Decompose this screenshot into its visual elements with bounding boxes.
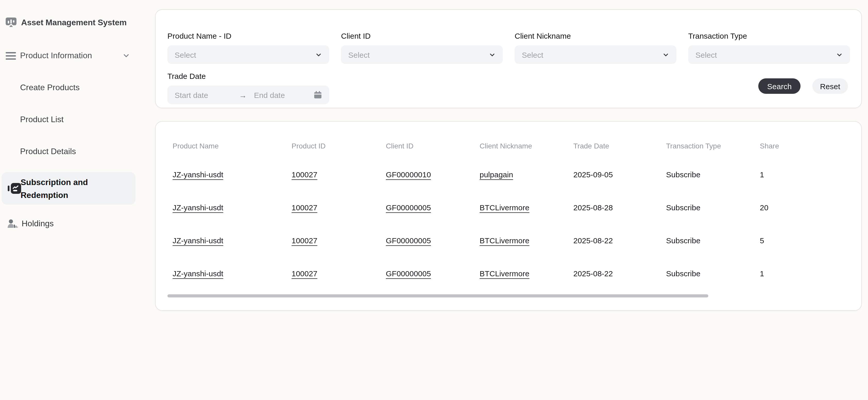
app-logo-row: Asset Management System: [6, 18, 127, 27]
table-row: JZ-yanshi-usdt 100027 GF00000005 BTCLive…: [173, 191, 861, 224]
filter-label: Trade Date: [167, 72, 861, 80]
trade-date-range-picker[interactable]: Start date → End date: [167, 86, 329, 104]
filter-row: Product Name - ID Select Client ID: [156, 10, 861, 64]
end-date-placeholder[interactable]: End date: [254, 90, 285, 99]
product-name-link[interactable]: JZ-yanshi-usdt: [173, 236, 291, 245]
filter-field: Client ID Select: [341, 31, 503, 64]
client-nickname-link[interactable]: pulpagain: [479, 170, 574, 179]
sidebar-item-label: Product Information: [20, 51, 92, 60]
start-date-placeholder[interactable]: Start date: [175, 90, 239, 99]
column-header: Transaction Type: [666, 142, 760, 150]
column-header: Client ID: [386, 142, 479, 150]
product-name-link[interactable]: JZ-yanshi-usdt: [173, 269, 291, 278]
results-table-panel: Product Name Product ID Client ID Client…: [155, 121, 862, 311]
table-row: JZ-yanshi-usdt 100027 GF00000005 BTCLive…: [173, 257, 861, 290]
sidebar-subitem[interactable]: Product List: [20, 114, 80, 125]
select-placeholder: Select: [348, 50, 370, 59]
client-id-link[interactable]: GF00000005: [386, 236, 479, 245]
table-row: JZ-yanshi-usdt 100027 GF00000010 pulpaga…: [173, 158, 861, 191]
sidebar-item-subscription-redemption[interactable]: Subscription and Redemption: [2, 172, 135, 205]
sidebar-item-label: Holdings: [22, 219, 54, 228]
table-row: JZ-yanshi-usdt 100027 GF00000005 BTCLive…: [173, 224, 861, 257]
client-nickname-link[interactable]: BTCLivermore: [479, 236, 574, 245]
client-nickname-link[interactable]: BTCLivermore: [479, 269, 574, 278]
product-id-link[interactable]: 100027: [291, 236, 386, 245]
filter-actions: Search Reset: [758, 78, 848, 94]
client-id-link[interactable]: GF00000010: [386, 170, 479, 179]
transaction-type-cell: Subscribe: [666, 269, 760, 278]
calendar-icon: [314, 91, 322, 99]
filter-select[interactable]: Select: [688, 45, 850, 64]
sidebar-subnav: Create Products Product List Product Det…: [20, 82, 80, 178]
client-id-link[interactable]: GF00000005: [386, 269, 479, 278]
chart-board-icon: [8, 183, 21, 194]
table-body: JZ-yanshi-usdt 100027 GF00000010 pulpaga…: [173, 158, 861, 290]
filter-select[interactable]: Select: [341, 45, 503, 64]
person-chart-icon: [7, 219, 18, 228]
transaction-type-cell: Subscribe: [666, 170, 760, 179]
chevron-down-icon: [315, 51, 322, 58]
bar-chart-bubble-logo-icon: [6, 18, 17, 27]
column-header: Product ID: [291, 142, 386, 150]
filter-select[interactable]: Select: [515, 45, 676, 64]
trade-date-cell: 2025-09-05: [574, 170, 666, 179]
column-header: Product Name: [173, 142, 291, 150]
select-placeholder: Select: [522, 50, 543, 59]
trade-date-cell: 2025-08-28: [574, 203, 666, 211]
column-header: Share: [760, 142, 861, 150]
product-name-link[interactable]: JZ-yanshi-usdt: [173, 203, 291, 211]
transaction-type-cell: Subscribe: [666, 236, 760, 245]
chevron-down-icon: [662, 51, 669, 58]
app-title: Asset Management System: [21, 18, 127, 27]
chevron-down-icon: [489, 51, 496, 58]
sidebar-subitem[interactable]: Create Products: [20, 82, 80, 93]
sidebar-item-label: Subscription and Redemption: [21, 175, 100, 201]
product-id-link[interactable]: 100027: [291, 269, 386, 278]
share-cell: 1: [760, 170, 861, 179]
sidebar: Asset Management System Product Informat…: [0, 0, 155, 400]
main-content: Product Name - ID Select Client ID: [155, 0, 868, 400]
filter-select[interactable]: Select: [167, 45, 329, 64]
filter-label: Transaction Type: [688, 31, 850, 40]
table-header-row: Product Name Product ID Client ID Client…: [173, 122, 861, 150]
share-cell: 5: [760, 236, 861, 245]
page: Asset Management System Product Informat…: [0, 0, 868, 400]
product-id-link[interactable]: 100027: [291, 203, 386, 211]
share-cell: 20: [760, 203, 861, 211]
trade-date-cell: 2025-08-22: [574, 236, 666, 245]
column-header: Trade Date: [574, 142, 666, 150]
column-header: Client Nickname: [479, 142, 574, 150]
reset-button[interactable]: Reset: [812, 78, 848, 94]
sidebar-item-product-information[interactable]: Product Information: [6, 50, 130, 61]
select-placeholder: Select: [695, 50, 717, 59]
chevron-down-icon: [123, 52, 130, 59]
filter-field: Product Name - ID Select: [167, 31, 329, 64]
select-placeholder: Select: [175, 50, 196, 59]
share-cell: 1: [760, 269, 861, 278]
filter-panel: Product Name - ID Select Client ID: [155, 9, 862, 108]
sidebar-subitem[interactable]: Product Details: [20, 146, 80, 157]
chevron-down-icon: [836, 51, 843, 58]
menu-icon: [6, 52, 16, 60]
trade-date-cell: 2025-08-22: [574, 269, 666, 278]
product-name-link[interactable]: JZ-yanshi-usdt: [173, 170, 291, 179]
filter-label: Client ID: [341, 31, 503, 40]
transaction-type-cell: Subscribe: [666, 203, 760, 211]
client-id-link[interactable]: GF00000005: [386, 203, 479, 211]
sidebar-item-holdings[interactable]: Holdings: [7, 218, 54, 229]
arrow-right-icon: →: [239, 90, 247, 99]
filter-field: Transaction Type Select: [688, 31, 850, 64]
filter-field: Client Nickname Select: [515, 31, 676, 64]
client-nickname-link[interactable]: BTCLivermore: [479, 203, 574, 211]
product-id-link[interactable]: 100027: [291, 170, 386, 179]
filter-label: Product Name - ID: [167, 31, 329, 40]
horizontal-scrollbar[interactable]: [167, 294, 708, 297]
trade-date-field: Trade Date Start date → End date: [156, 64, 861, 104]
filter-label: Client Nickname: [515, 31, 676, 40]
search-button[interactable]: Search: [758, 78, 801, 94]
